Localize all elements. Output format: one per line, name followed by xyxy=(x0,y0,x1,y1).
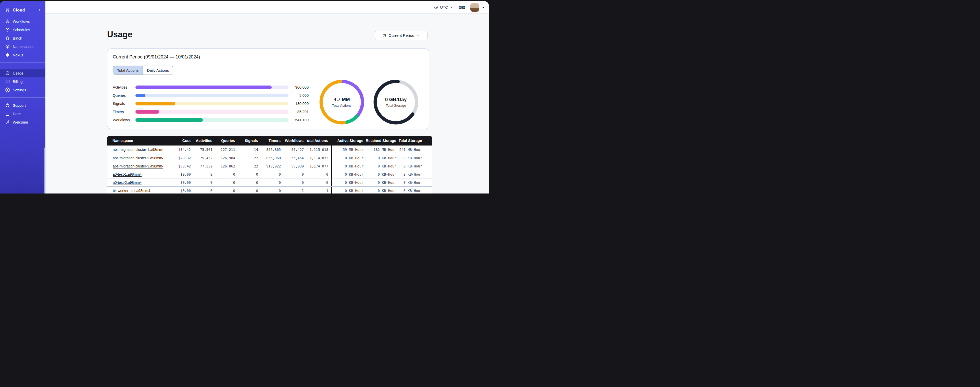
sidebar-item-welcome[interactable]: Welcome xyxy=(0,118,45,126)
bar-row-timers: Timers85,201 xyxy=(113,108,309,116)
bar-fill xyxy=(135,102,175,106)
sidebar-collapse-button[interactable] xyxy=(38,8,42,12)
sidebar-item-label: Settings xyxy=(13,88,26,92)
brand-label: Cloud xyxy=(13,8,35,13)
table-row: a0-test-1.a98mm4$0.000000000 KB-Hour0 KB… xyxy=(107,170,432,178)
cell-activities: 75,452 xyxy=(194,154,216,162)
sidebar-item-billing[interactable]: Billing xyxy=(0,77,45,86)
user-menu[interactable] xyxy=(470,3,485,12)
column-header-signals: Signals xyxy=(238,136,261,146)
sidebar-item-support[interactable]: Support xyxy=(0,101,45,110)
cell-timers: 856,865 xyxy=(261,146,284,154)
cell-namespace: abs-migration-cluster-3.a98mm4 xyxy=(107,162,163,170)
timezone-label: UTC xyxy=(440,5,448,10)
cell-total_storage: 0 KB-Hour xyxy=(399,178,432,186)
namespace-link[interactable]: abs-migration-cluster-3.a98mm4 xyxy=(113,164,163,168)
bar-value: 5,000 xyxy=(288,93,309,98)
period-selector-button[interactable]: Current Period xyxy=(375,30,428,40)
docs-icon xyxy=(5,111,10,116)
namespace-link[interactable]: a0-test-1.a98mm4 xyxy=(113,172,142,176)
sidebar-divider xyxy=(0,98,45,98)
cell-retained_storage: 0 KB-Hour xyxy=(366,187,399,194)
sidebar-nav-account: UsageBillingSettings xyxy=(0,69,45,94)
cell-total_actions: 0 xyxy=(307,178,331,186)
cell-signals: 0 xyxy=(238,170,261,178)
sidebar-item-docs[interactable]: Docs xyxy=(0,110,45,118)
cell-total_actions: 0 xyxy=(307,170,331,178)
cell-namespace: a0-test-2.a98mm4 xyxy=(107,178,163,186)
cell-timers: 856,960 xyxy=(261,154,284,162)
sidebar-item-label: Welcome xyxy=(13,120,28,124)
cell-queries: 126,984 xyxy=(216,154,238,162)
table-row: abs-migration-cluster-1.a98mm4$34.4275,5… xyxy=(107,146,432,154)
bar-row-signals: Signals130,000 xyxy=(113,99,309,108)
sidebar-item-label: Usage xyxy=(13,71,24,75)
sidebar: Cloud WorkflowsSchedulesBatchNamespacesN… xyxy=(0,1,45,194)
table-row: abs-migration-cluster-2.a98mm4$29.3275,4… xyxy=(107,154,432,162)
sidebar-item-nexus[interactable]: Nexus xyxy=(0,51,45,59)
page-title: Usage xyxy=(107,30,132,39)
cell-activities: 77,332 xyxy=(194,162,216,170)
billing-icon xyxy=(5,79,10,84)
batch-icon xyxy=(5,36,10,41)
column-header-activities: Activities xyxy=(194,136,215,146)
bar-value: 900,000 xyxy=(288,85,309,90)
support-icon xyxy=(5,103,10,108)
bar-track xyxy=(135,110,288,114)
bar-row-queries: Queries5,000 xyxy=(113,91,309,99)
tab-total-actions[interactable]: Total Actions xyxy=(113,66,143,75)
cell-timers: 0 xyxy=(261,187,284,194)
sidebar-item-batch[interactable]: Batch xyxy=(0,34,45,42)
total-storage-label: Total Storage xyxy=(386,104,406,107)
table-body: abs-migration-cluster-1.a98mm4$34.4275,5… xyxy=(107,146,432,194)
namespace-link[interactable]: abs-migration-cluster-2.a98mm4 xyxy=(113,156,163,160)
namespace-link[interactable]: abs-migration-cluster-1.a98mm4 xyxy=(113,147,163,152)
cell-total_actions: 1,115,018 xyxy=(307,146,331,154)
cell-retained_storage: 0 KB-Hour xyxy=(366,162,399,170)
cell-total_storage: 0 KB-Hour xyxy=(399,154,432,162)
chevron-down-icon xyxy=(450,5,453,9)
stopwatch-icon xyxy=(382,33,387,38)
column-header-workflows: Workflows xyxy=(284,136,307,146)
sidebar-item-label: Billing xyxy=(13,80,23,84)
sidebar-item-label: Batch xyxy=(13,36,22,40)
cell-total_storage: 0 KB-Hour xyxy=(399,162,432,170)
cell-retained_storage: 0 KB-Hour xyxy=(366,178,399,186)
chevron-down-icon xyxy=(417,34,420,38)
bar-fill xyxy=(135,94,145,97)
donut-total-storage: 0 GB/Day Total Storage xyxy=(374,80,418,125)
tab-daily-actions[interactable]: Daily Actions xyxy=(143,66,173,75)
sidebar-item-settings[interactable]: Settings xyxy=(0,86,45,94)
settings-icon xyxy=(5,88,10,93)
cell-retained_storage: 182 MB-Hour xyxy=(366,146,399,154)
bar-row-workflows: Workflows541,109 xyxy=(113,116,309,124)
cell-namespace: a0-test-1.a98mm4 xyxy=(107,170,163,178)
cell-active_storage: 0 KB-Hour xyxy=(331,187,366,194)
column-header-total_actions: Total Actions xyxy=(307,136,331,146)
column-header-namespace: Namespace xyxy=(107,136,163,146)
sidebar-scrollbar[interactable] xyxy=(44,147,45,194)
cell-retained_storage: 0 KB-Hour xyxy=(366,170,399,178)
cell-timers: 0 xyxy=(261,170,284,178)
cell-cost: $29.32 xyxy=(163,154,194,162)
sidebar-item-namespaces[interactable]: Namespaces xyxy=(0,42,45,51)
cell-total_storage: 0 KB-Hour xyxy=(399,170,432,178)
glasses-button[interactable] xyxy=(459,5,465,10)
cell-cost: $38.42 xyxy=(163,162,194,170)
sidebar-item-usage[interactable]: Usage xyxy=(0,69,45,77)
timezone-selector[interactable]: UTC xyxy=(434,5,453,10)
sidebar-item-workflows[interactable]: Workflows xyxy=(0,17,45,26)
cell-namespace: abs-migration-cluster-2.a98mm4 xyxy=(107,154,163,162)
column-header-retained_storage: Retained Storage xyxy=(366,136,399,146)
table-row: a0-test-2.a98mm4$0.000000000 KB-Hour0 KB… xyxy=(107,178,432,186)
namespace-link[interactable]: bk-worker-test.a98mm4 xyxy=(113,189,150,193)
total-storage-value: 0 GB/Day xyxy=(385,97,407,102)
glasses-icon xyxy=(459,5,465,10)
bar-track xyxy=(135,118,288,122)
namespace-link[interactable]: a0-test-2.a98mm4 xyxy=(113,181,142,185)
sidebar-item-schedules[interactable]: Schedules xyxy=(0,26,45,34)
usage-bar-chart: Activities900,000Queries5,000Signals130,… xyxy=(113,83,309,124)
bar-track xyxy=(135,94,288,97)
bar-value: 85,201 xyxy=(288,110,309,114)
column-header-queries: Queries xyxy=(215,136,238,146)
